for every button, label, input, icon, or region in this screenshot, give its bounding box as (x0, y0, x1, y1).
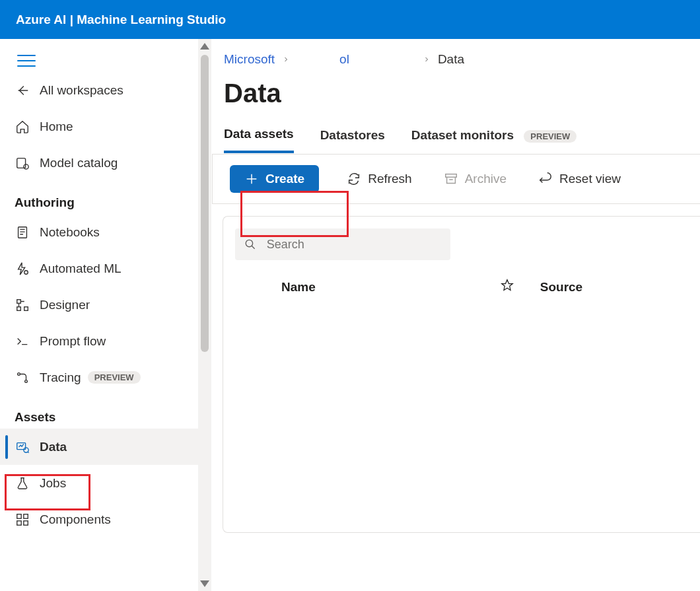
nav-jobs[interactable]: Jobs (0, 465, 211, 501)
sidebar: All workspaces Home Model catalog Author… (0, 39, 212, 591)
svg-rect-0 (17, 158, 26, 168)
nav-notebooks[interactable]: Notebooks (0, 214, 211, 250)
scroll-down-icon[interactable] (200, 580, 209, 587)
svg-point-3 (24, 270, 28, 274)
star-icon (501, 279, 514, 292)
svg-rect-11 (17, 514, 21, 518)
svg-rect-4 (17, 299, 21, 303)
button-label: Reset view (559, 172, 621, 186)
nav-model-catalog[interactable]: Model catalog (0, 145, 211, 181)
button-label: Refresh (368, 172, 412, 186)
tab-dataset-monitors[interactable]: Dataset monitors PREVIEW (411, 128, 577, 152)
nav-data[interactable]: Data (0, 429, 211, 465)
svg-rect-6 (17, 306, 21, 310)
chevron-right-icon (280, 55, 292, 63)
svg-point-16 (246, 240, 252, 246)
refresh-icon (347, 172, 361, 186)
archive-button: Archive (440, 171, 510, 187)
bolt-gear-icon (15, 261, 30, 277)
button-label: Create (265, 172, 304, 186)
breadcrumb: Microsoft ol Data (224, 52, 700, 67)
nav-label: Jobs (40, 476, 66, 491)
components-icon (15, 512, 30, 528)
archive-icon (444, 172, 458, 186)
notebook-icon (15, 225, 30, 240)
create-button[interactable]: Create (230, 165, 319, 193)
nav-label: Tracing (40, 370, 81, 385)
column-favorite[interactable] (501, 279, 514, 295)
nav-automated-ml[interactable]: Automated ML (0, 250, 211, 287)
data-icon (15, 439, 30, 455)
preview-badge: PREVIEW (524, 130, 577, 143)
nav-label: All workspaces (40, 83, 123, 98)
svg-rect-15 (445, 174, 456, 178)
preview-badge: PREVIEW (88, 371, 141, 384)
arrow-left-icon (15, 83, 30, 98)
column-source[interactable]: Source (540, 280, 582, 295)
tab-data-assets[interactable]: Data assets (224, 127, 294, 153)
designer-icon (15, 297, 30, 313)
nav-label: Designer (40, 298, 90, 312)
sidebar-scrollbar[interactable] (198, 39, 211, 591)
tabs: Data assets Datastores Dataset monitors … (224, 127, 700, 154)
page-title: Data (224, 79, 700, 108)
svg-point-8 (25, 380, 28, 382)
svg-rect-14 (24, 520, 28, 524)
data-panel: Name Source (223, 216, 700, 533)
nav-all-workspaces[interactable]: All workspaces (0, 72, 211, 108)
prompt-flow-icon (15, 333, 30, 349)
app-header: Azure AI | Machine Learning Studio (0, 0, 700, 39)
tab-datastores[interactable]: Datastores (320, 128, 385, 152)
chevron-right-icon (421, 55, 433, 63)
catalog-icon (15, 155, 30, 171)
svg-rect-2 (18, 226, 27, 238)
plus-icon (244, 172, 259, 186)
search-icon (244, 238, 256, 251)
flask-icon (15, 475, 30, 491)
table-header: Name Source (235, 279, 700, 295)
app-shell: All workspaces Home Model catalog Author… (0, 39, 700, 591)
breadcrumb-workspace[interactable]: ol (339, 52, 349, 67)
toolbar: Create Refresh Archive Reset view (212, 154, 700, 204)
search-box[interactable] (235, 228, 450, 260)
nav-label: Components (40, 512, 111, 527)
refresh-button[interactable]: Refresh (343, 171, 416, 187)
svg-rect-13 (17, 520, 21, 524)
scroll-thumb[interactable] (201, 55, 209, 352)
app-title: Azure AI | Machine Learning Studio (16, 13, 226, 27)
nav-designer[interactable]: Designer (0, 287, 211, 323)
tab-label: Dataset monitors (411, 128, 514, 142)
tracing-icon (15, 370, 30, 386)
nav-label: Automated ML (40, 261, 122, 276)
svg-rect-12 (24, 514, 28, 518)
nav-label: Notebooks (40, 225, 100, 240)
breadcrumb-current: Data (438, 52, 464, 67)
main-content: Microsoft ol Data Data Data assets Datas… (212, 39, 700, 591)
nav-prompt-flow[interactable]: Prompt flow (0, 323, 211, 359)
column-name[interactable]: Name (281, 280, 316, 295)
svg-point-1 (24, 164, 28, 168)
scroll-up-icon[interactable] (200, 43, 209, 50)
svg-point-7 (18, 372, 20, 375)
undo-icon (538, 172, 553, 186)
nav-label: Prompt flow (40, 334, 106, 349)
nav-label: Model catalog (40, 156, 118, 170)
section-assets: Assets (0, 396, 211, 429)
section-authoring: Authoring (0, 181, 211, 214)
button-label: Archive (465, 172, 507, 186)
nav-label: Home (40, 120, 73, 134)
nav-tracing[interactable]: Tracing PREVIEW (0, 359, 211, 396)
nav-components[interactable]: Components (0, 501, 211, 538)
nav-home[interactable]: Home (0, 108, 211, 145)
hamburger-menu-icon[interactable] (17, 55, 36, 67)
search-input[interactable] (265, 237, 441, 252)
nav-label: Data (40, 440, 67, 454)
breadcrumb-root[interactable]: Microsoft (224, 52, 275, 67)
home-icon (15, 119, 30, 135)
svg-rect-5 (24, 306, 28, 310)
reset-view-button[interactable]: Reset view (534, 171, 625, 187)
